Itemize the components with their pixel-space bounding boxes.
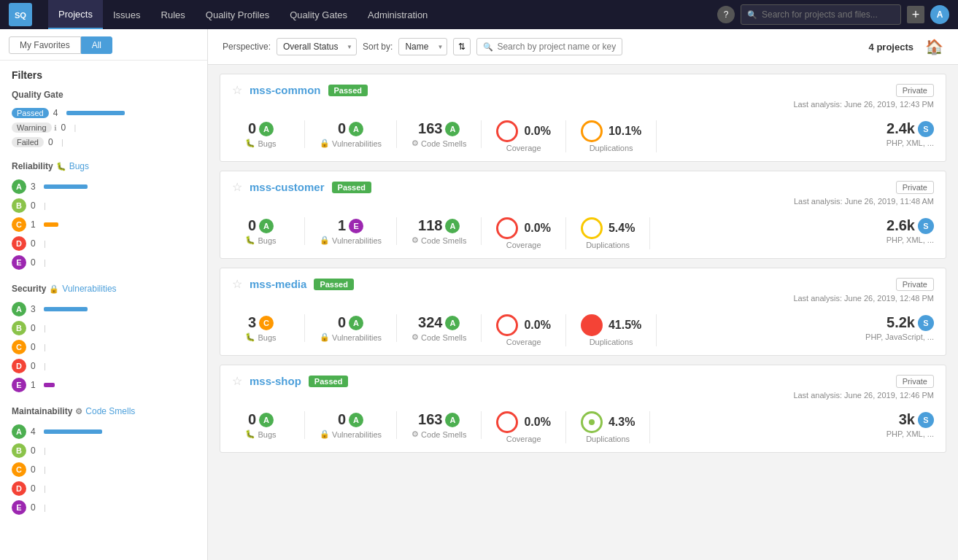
reliability-b[interactable]: B 0 | <box>12 196 196 215</box>
grade-b-badge[interactable]: B <box>12 198 26 213</box>
duplications-metric: 41.5% Duplications <box>566 314 657 346</box>
status-badge: Passed <box>328 85 368 96</box>
star-icon[interactable]: ☆ <box>232 277 242 291</box>
private-badge: Private <box>896 375 934 388</box>
dup-value-row: 10.1% <box>581 120 641 142</box>
svg-text:SQ: SQ <box>15 11 26 20</box>
smells-value-row: 163 A <box>418 120 460 137</box>
lock-metric-icon: 🔒 <box>320 139 330 148</box>
maint-a[interactable]: A 4 <box>12 422 196 441</box>
security-e[interactable]: E 1 <box>12 376 196 394</box>
nav-item-quality-profiles[interactable]: Quality Profiles <box>196 0 279 29</box>
qg-passed-badge[interactable]: Passed <box>12 108 49 118</box>
home-icon[interactable]: 🏠 <box>925 38 943 55</box>
coverage-value-row: 0.0% <box>496 411 550 433</box>
project-search-input[interactable] <box>497 42 616 52</box>
maint-b[interactable]: B 0 | <box>12 441 196 460</box>
nav-item-issues[interactable]: Issues <box>103 0 151 29</box>
coverage-value-row: 0.0% <box>496 120 550 142</box>
nav-item-rules[interactable]: Rules <box>151 0 196 29</box>
reliability-a[interactable]: A 3 <box>12 177 196 196</box>
grade-e-badge[interactable]: E <box>12 255 26 270</box>
code-smells-metric: 118 A ⚙ Code Smells <box>397 217 482 245</box>
perspective-select-wrapper[interactable]: Overall Status <box>277 38 357 55</box>
sec-grade-d-badge[interactable]: D <box>12 359 26 373</box>
grade-a-badge[interactable]: A <box>12 179 26 194</box>
help-button[interactable]: ? <box>717 6 735 23</box>
smells-metric-icon: ⚙ <box>412 236 419 245</box>
bugs-value-row: 0 A <box>248 217 274 234</box>
qg-warning-item[interactable]: Warning ℹ 0 | <box>12 120 196 135</box>
filter-toggle-row: My Favorites All <box>0 29 207 61</box>
qg-failed-badge[interactable]: Failed <box>12 137 44 147</box>
global-search-bar[interactable]: 🔍 <box>741 4 901 25</box>
project-name-link[interactable]: mss-customer <box>250 181 325 193</box>
grade-c-badge[interactable]: C <box>12 217 26 232</box>
maint-grade-a-badge[interactable]: A <box>12 424 26 439</box>
perspective-select[interactable]: Overall Status <box>277 38 357 55</box>
security-c[interactable]: C 0 | <box>12 338 196 357</box>
sec-grade-c-badge[interactable]: C <box>12 340 26 354</box>
project-title-row: ☆ mss-media Passed <box>232 277 354 291</box>
sort-order-button[interactable]: ⇅ <box>453 38 471 55</box>
lang-label: PHP, XML, ... <box>886 139 934 147</box>
nav-item-administration[interactable]: Administration <box>358 0 438 29</box>
star-icon[interactable]: ☆ <box>232 180 242 194</box>
security-d[interactable]: D 0 | <box>12 357 196 376</box>
project-name-link[interactable]: mss-shop <box>250 375 301 387</box>
qg-warning-badge[interactable]: Warning <box>12 122 52 133</box>
project-card-header: ☆ mss-common Passed Private <box>232 83 934 97</box>
star-icon[interactable]: ☆ <box>232 83 242 97</box>
maint-e[interactable]: E 0 | <box>12 498 196 517</box>
smells-value-row: 163 A <box>418 411 460 428</box>
maint-grade-d-badge[interactable]: D <box>12 481 26 496</box>
add-button[interactable]: + <box>907 6 924 23</box>
maint-c-count: 0 <box>31 464 41 475</box>
maint-grade-c-badge[interactable]: C <box>12 462 26 477</box>
vulnerabilities-metric: 0 A 🔒 Vulnerabilities <box>305 120 397 148</box>
sec-grade-b-badge[interactable]: B <box>12 321 26 335</box>
project-name-link[interactable]: mss-common <box>250 84 321 96</box>
nav-item-quality-gates[interactable]: Quality Gates <box>279 0 358 29</box>
sort-select[interactable]: Name <box>398 38 447 55</box>
filters-title: Filters <box>12 69 196 81</box>
smells-number: 163 <box>418 120 442 137</box>
search-icon: 🔍 <box>747 10 757 20</box>
security-b[interactable]: B 0 | <box>12 319 196 338</box>
lock-metric-icon: 🔒 <box>320 429 330 439</box>
all-button[interactable]: All <box>81 36 112 54</box>
qg-failed-count: 0 <box>48 137 58 147</box>
qg-failed-item[interactable]: Failed 0 | <box>12 135 196 149</box>
user-avatar[interactable]: A <box>930 5 949 24</box>
loc-value-row: 5.2k S <box>886 314 934 331</box>
sec-grade-a-badge[interactable]: A <box>12 302 26 316</box>
sec-grade-e-badge[interactable]: E <box>12 378 26 392</box>
reliability-c[interactable]: C 1 <box>12 215 196 234</box>
dup-percent: 41.5% <box>609 319 641 332</box>
nav-item-projects[interactable]: Projects <box>48 0 103 29</box>
vulnerabilities-metric: 0 A 🔒 Vulnerabilities <box>305 314 397 342</box>
filters-section: Filters Quality Gate Passed 4 Warning ℹ … <box>0 61 207 517</box>
maint-c[interactable]: C 0 | <box>12 460 196 479</box>
maint-grade-e-badge[interactable]: E <box>12 500 26 515</box>
bugs-value-row: 0 A <box>248 411 274 428</box>
reliability-d[interactable]: D 0 | <box>12 234 196 253</box>
sort-select-wrapper[interactable]: Name <box>398 38 447 55</box>
security-a[interactable]: A 3 <box>12 300 196 319</box>
qg-passed-item[interactable]: Passed 4 <box>12 106 196 120</box>
grade-d-badge[interactable]: D <box>12 236 26 251</box>
reliability-title: Reliability 🐛 Bugs <box>12 161 196 171</box>
logo[interactable]: SQ <box>9 3 36 26</box>
project-search-bar[interactable]: 🔍 <box>476 38 622 55</box>
my-favorites-button[interactable]: My Favorites <box>9 36 81 54</box>
vuln-value-row: 1 E <box>338 217 363 234</box>
security-title: Security 🔒 Vulnerabilities <box>12 284 196 294</box>
maint-grade-b-badge[interactable]: B <box>12 443 26 458</box>
reliability-e[interactable]: E 0 | <box>12 253 196 272</box>
project-name-link[interactable]: mss-media <box>250 278 306 290</box>
reliability-c-count: 1 <box>31 219 41 230</box>
global-search-input[interactable] <box>762 9 895 20</box>
smells-number: 118 <box>418 217 442 234</box>
star-icon[interactable]: ☆ <box>232 374 242 388</box>
maint-d[interactable]: D 0 | <box>12 479 196 498</box>
